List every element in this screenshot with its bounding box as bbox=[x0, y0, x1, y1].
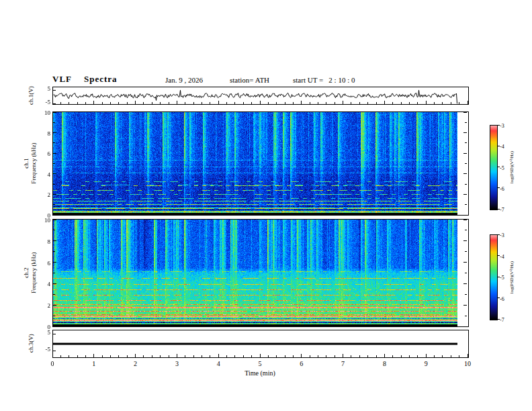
x-minor-tick bbox=[442, 355, 443, 357]
colorbar-2-tick-label--5: -5 bbox=[500, 275, 504, 281]
y-major-tick bbox=[463, 220, 467, 220]
x-minor-tick bbox=[118, 355, 119, 357]
y-minor-tick bbox=[53, 230, 55, 230]
y-major-tick bbox=[53, 173, 56, 174]
x-minor-tick bbox=[234, 102, 235, 104]
ch-volt-tick-label-5: 5 bbox=[40, 85, 50, 92]
y-major-tick bbox=[463, 153, 467, 154]
x-minor-tick bbox=[276, 355, 277, 357]
ch2-spectrogram-panel bbox=[52, 219, 469, 327]
y-major-tick bbox=[463, 326, 467, 327]
x-minor-tick bbox=[310, 355, 310, 357]
header-start-ut: start UT = 2 : 10 : 0 bbox=[293, 77, 355, 84]
x-minor-tick bbox=[268, 355, 269, 357]
x-major-tick bbox=[343, 101, 343, 104]
x-minor-tick bbox=[152, 102, 152, 104]
y-major-tick bbox=[463, 132, 467, 133]
x-major-tick bbox=[260, 354, 261, 357]
x-minor-tick bbox=[143, 102, 144, 104]
x-major-tick bbox=[384, 354, 385, 357]
x-minor-tick bbox=[376, 355, 377, 357]
x-minor-tick bbox=[376, 102, 377, 104]
x-major-tick bbox=[343, 354, 343, 357]
x-minor-tick bbox=[459, 355, 459, 357]
x-minor-tick bbox=[417, 355, 418, 357]
y-minor-tick bbox=[465, 163, 467, 164]
x-major-tick bbox=[260, 101, 261, 104]
x-minor-tick bbox=[210, 355, 210, 357]
ch1-spectrogram-panel bbox=[52, 111, 469, 216]
colorbar-tick bbox=[498, 187, 500, 188]
x-minor-tick bbox=[351, 102, 351, 104]
x-major-tick bbox=[468, 354, 468, 357]
y-major-tick bbox=[463, 240, 467, 241]
y-minor-tick bbox=[465, 142, 467, 143]
x-tick-label-6: 6 bbox=[295, 360, 308, 367]
ch-volt-tick-label--5: -5 bbox=[40, 346, 50, 353]
ch1-spectrogram-canvas bbox=[53, 112, 468, 215]
x-minor-tick bbox=[310, 102, 310, 104]
ch2-frequency-axis-label-line1: ch.2 bbox=[23, 235, 30, 310]
ch3-waveform-canvas bbox=[53, 330, 468, 357]
ch2-freq-tick-label-8: 8 bbox=[40, 238, 50, 245]
colorbar-tick bbox=[498, 234, 500, 235]
x-minor-tick bbox=[243, 102, 244, 104]
x-minor-tick bbox=[285, 102, 285, 104]
ch1-waveform-canvas bbox=[53, 87, 468, 104]
x-tick-label-3: 3 bbox=[170, 360, 183, 367]
ch-volt-tick-label-5: 5 bbox=[40, 329, 50, 336]
x-minor-tick bbox=[251, 355, 252, 357]
colorbar-tick bbox=[498, 298, 500, 298]
colorbar-2 bbox=[490, 234, 498, 320]
colorbar-tick bbox=[498, 277, 500, 277]
x-major-tick bbox=[93, 354, 94, 357]
y-major-tick bbox=[463, 283, 467, 284]
ch2-spectrogram-canvas bbox=[53, 220, 468, 326]
ch1-freq-tick-label-10: 10 bbox=[40, 109, 50, 116]
x-minor-tick bbox=[367, 102, 368, 104]
x-major-tick bbox=[135, 354, 136, 357]
x-minor-tick bbox=[442, 102, 443, 104]
x-minor-tick bbox=[401, 355, 402, 357]
y-minor-tick bbox=[465, 294, 467, 295]
colorbar-2-tick-label--4: -4 bbox=[500, 254, 504, 260]
x-minor-tick bbox=[127, 102, 128, 104]
x-tick-label-1: 1 bbox=[87, 360, 101, 367]
x-major-tick bbox=[426, 101, 427, 104]
colorbar-tick bbox=[498, 255, 500, 256]
y-minor-tick bbox=[465, 204, 467, 205]
y-minor-tick bbox=[465, 184, 467, 185]
y-minor-tick bbox=[53, 273, 55, 273]
ch1-frequency-axis-label: ch.1 Frequency (kHz) bbox=[23, 126, 38, 201]
colorbar-1-tick-label--4: -4 bbox=[500, 144, 504, 150]
x-minor-tick bbox=[102, 355, 103, 357]
y-minor-tick bbox=[53, 142, 55, 143]
x-minor-tick bbox=[367, 355, 368, 357]
x-tick-label-5: 5 bbox=[253, 360, 267, 367]
x-minor-tick bbox=[335, 102, 335, 104]
y-major-tick bbox=[463, 194, 467, 195]
x-minor-tick bbox=[185, 102, 185, 104]
x-minor-tick bbox=[285, 355, 285, 357]
y-minor-tick bbox=[465, 230, 467, 230]
y-major-tick bbox=[53, 132, 56, 133]
y-tick bbox=[53, 103, 56, 104]
ch2-frequency-axis-label: ch.2 Frequency (kHz) bbox=[23, 235, 38, 310]
x-minor-tick bbox=[293, 102, 294, 104]
y-minor-tick bbox=[465, 273, 467, 273]
x-minor-tick bbox=[451, 355, 451, 357]
y-minor-tick bbox=[53, 251, 55, 252]
x-axis-title: Time (min) bbox=[230, 369, 290, 377]
colorbar-tick bbox=[498, 167, 500, 167]
x-minor-tick bbox=[143, 355, 144, 357]
y-minor-tick bbox=[465, 122, 467, 123]
x-tick-label-2: 2 bbox=[129, 360, 142, 367]
y-minor-tick bbox=[465, 251, 467, 252]
header-station: station= ATH bbox=[230, 77, 269, 84]
x-major-tick bbox=[52, 354, 53, 357]
ch3-voltage-axis-label: ch.3(V) bbox=[28, 325, 34, 361]
x-minor-tick bbox=[392, 102, 393, 104]
colorbar-1-tick-label--7: -7 bbox=[500, 207, 504, 213]
x-major-tick bbox=[93, 101, 94, 104]
ch3-waveform-panel bbox=[52, 330, 469, 358]
